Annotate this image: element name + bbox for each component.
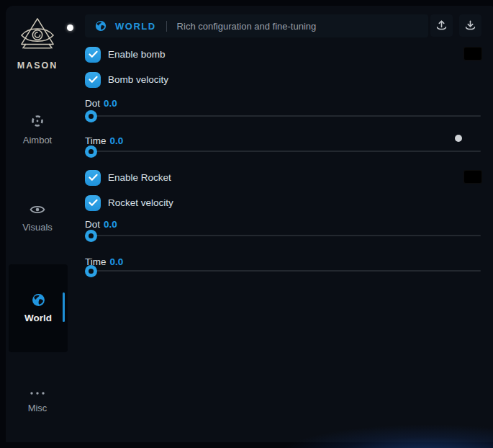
check-icon — [89, 50, 98, 58]
checkbox-rocket-velocity[interactable] — [85, 195, 101, 211]
check-icon — [89, 76, 98, 84]
brand-logo — [6, 17, 69, 55]
download-icon — [464, 19, 476, 32]
slider-label-row: Dot 0.0 — [85, 218, 117, 230]
app-window: MASON Aimbot Visuals Worl — [6, 6, 493, 442]
sidebar-item-label: Misc — [6, 403, 69, 413]
checkbox-bomb-velocity[interactable] — [85, 72, 101, 88]
slider-label: Time — [85, 135, 107, 146]
check-icon — [89, 199, 98, 207]
checkbox-enable-bomb[interactable] — [85, 47, 101, 63]
checkbox-label: Enable Rocket — [108, 172, 171, 183]
sidebar-item-aimbot[interactable]: Aimbot — [6, 114, 69, 145]
eye-icon — [30, 204, 45, 215]
setting-row: Bomb velocity — [85, 71, 482, 88]
slider-handle[interactable] — [85, 230, 97, 242]
page-title: WORLD — [115, 21, 156, 32]
slider-rocket-dot[interactable] — [85, 230, 481, 242]
checkbox-label: Bomb velocity — [108, 74, 168, 85]
slider-track[interactable] — [85, 151, 481, 152]
slider-track[interactable] — [85, 270, 481, 272]
page-header: WORLD Rich configuration and fine-tuning — [85, 14, 428, 37]
slider-bomb-dot[interactable] — [85, 110, 481, 122]
sidebar-item-visuals[interactable]: Visuals — [6, 204, 69, 233]
sidebar-item-label: World — [9, 313, 68, 323]
cursor-dot — [455, 135, 462, 142]
slider-label: Dot — [85, 98, 100, 109]
sidebar-item-label: Visuals — [6, 222, 69, 233]
page-subtitle: Rich configuration and fine-tuning — [177, 21, 317, 32]
setting-row: Enable Rocket — [85, 169, 482, 186]
slider-value: 0.0 — [104, 219, 117, 230]
globe-icon — [9, 293, 68, 310]
header-divider — [166, 21, 167, 32]
slider-track[interactable] — [85, 235, 481, 236]
color-swatch[interactable] — [463, 170, 482, 184]
slider-bomb-time[interactable] — [85, 145, 481, 158]
export-config-button[interactable] — [430, 14, 453, 37]
active-tab-indicator — [63, 292, 65, 322]
sidebar: MASON Aimbot Visuals Worl — [6, 6, 72, 442]
slider-handle[interactable] — [85, 145, 97, 158]
crosshair-icon — [30, 114, 45, 128]
import-config-button[interactable] — [459, 14, 481, 37]
slider-label-row: Time 0.0 — [85, 135, 123, 146]
setting-row: Enable bomb — [85, 46, 482, 63]
slider-label-row: Dot 0.0 — [85, 97, 117, 109]
color-swatch[interactable] — [463, 47, 482, 61]
check-icon — [89, 174, 98, 182]
brand-name: MASON — [6, 61, 69, 71]
setting-row: Rocket velocity — [85, 194, 482, 211]
checkbox-enable-rocket[interactable] — [85, 170, 101, 186]
slider-rocket-time[interactable] — [85, 265, 481, 277]
slider-value: 0.0 — [104, 98, 117, 109]
sidebar-item-world[interactable]: World — [9, 264, 68, 352]
slider-value: 0.0 — [110, 135, 124, 146]
slider-track[interactable] — [85, 115, 481, 117]
slider-handle[interactable] — [85, 110, 97, 122]
checkbox-label: Enable bomb — [108, 49, 166, 60]
slider-handle[interactable] — [85, 265, 97, 277]
slider-label: Dot — [85, 219, 100, 230]
ellipsis-icon — [29, 390, 46, 396]
checkbox-label: Rocket velocity — [108, 197, 173, 208]
globe-icon — [95, 20, 107, 32]
sidebar-item-label: Aimbot — [6, 135, 69, 145]
all-seeing-eye-icon — [18, 17, 57, 52]
upload-icon — [435, 19, 448, 32]
sidebar-item-misc[interactable]: Misc — [6, 386, 69, 413]
